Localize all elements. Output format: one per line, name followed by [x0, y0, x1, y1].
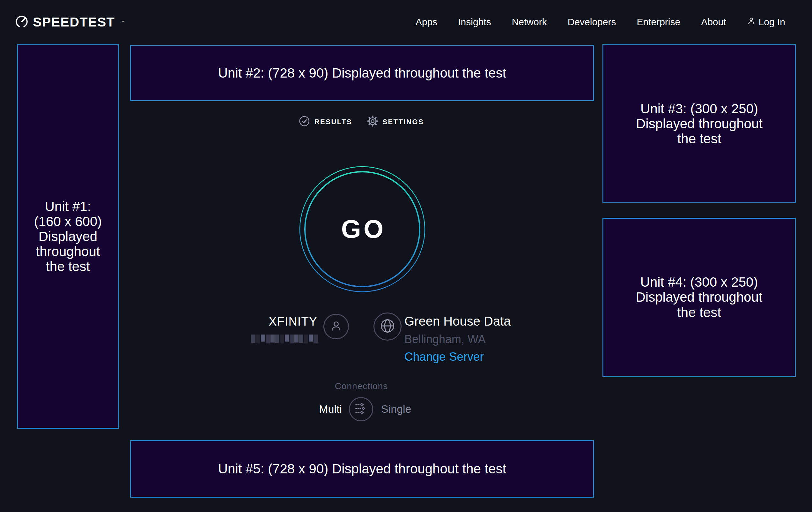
connections-single-option[interactable]: Single — [381, 403, 411, 415]
ad-unit-3-label: Unit #3: (300 x 250) Displayed throughou… — [636, 101, 762, 146]
server-name: Green House Data — [404, 314, 511, 328]
nav-item-insights[interactable]: Insights — [458, 17, 491, 27]
gear-icon — [367, 115, 378, 128]
ad-unit-4-label: Unit #4: (300 x 250) Displayed throughou… — [636, 274, 762, 320]
main-nav: Apps Insights Network Developers Enterpr… — [415, 0, 785, 44]
brand-name: SPEEDTEST — [33, 15, 115, 30]
server-location: Bellingham, WA — [404, 332, 511, 346]
nav-item-about[interactable]: About — [701, 17, 726, 27]
login-label: Log In — [759, 17, 785, 27]
speedometer-icon — [15, 15, 28, 30]
change-server-link[interactable]: Change Server — [404, 350, 511, 363]
person-icon — [747, 17, 756, 27]
go-button[interactable]: GO — [298, 165, 426, 293]
multi-arrows-icon — [353, 401, 369, 417]
connections-multi-option[interactable]: Multi — [319, 403, 342, 415]
nav-item-developers[interactable]: Developers — [568, 17, 616, 27]
go-button-label: GO — [298, 165, 426, 293]
ad-unit-2[interactable]: Unit #2: (728 x 90) Displayed throughout… — [130, 45, 594, 101]
ad-unit-5-label: Unit #5: (728 x 90) Displayed throughout… — [218, 461, 506, 476]
tab-results-label: RESULTS — [315, 118, 352, 126]
isp-name[interactable]: XFINITY — [268, 315, 317, 328]
nav-item-network[interactable]: Network — [512, 17, 547, 27]
ad-unit-2-label: Unit #2: (728 x 90) Displayed throughout… — [218, 65, 506, 80]
ad-unit-5[interactable]: Unit #5: (728 x 90) Displayed throughout… — [130, 440, 594, 497]
redacted-ip-address — [251, 334, 320, 344]
brand-trademark: ™ — [120, 20, 124, 25]
ad-unit-3[interactable]: Unit #3: (300 x 250) Displayed throughou… — [603, 44, 796, 203]
globe-icon — [379, 318, 396, 335]
tab-settings[interactable]: SETTINGS — [367, 115, 424, 128]
login-button[interactable]: Log In — [747, 17, 785, 27]
nav-item-enterprise[interactable]: Enterprise — [637, 17, 680, 27]
speedtest-logo[interactable]: SPEEDTEST™ — [15, 15, 124, 30]
connections-toggle[interactable] — [349, 397, 373, 421]
ad-unit-1[interactable]: Unit #1: (160 x 600) Displayed throughou… — [17, 44, 119, 429]
server-info: Green House Data Bellingham, WA Change S… — [404, 314, 511, 363]
top-nav-bar: SPEEDTEST™ Apps Insights Network Develop… — [0, 0, 812, 44]
tab-settings-label: SETTINGS — [382, 118, 424, 126]
ad-unit-4[interactable]: Unit #4: (300 x 250) Displayed throughou… — [603, 218, 796, 377]
connections-label: Connections — [335, 381, 388, 392]
ad-unit-1-label: Unit #1: (160 x 600) Displayed throughou… — [34, 199, 102, 274]
check-circle-icon — [299, 115, 310, 128]
person-icon — [329, 319, 343, 334]
tab-results[interactable]: RESULTS — [299, 115, 352, 128]
isp-avatar — [323, 314, 349, 339]
nav-item-apps[interactable]: Apps — [415, 17, 437, 27]
speedtest-page: SPEEDTEST™ Apps Insights Network Develop… — [0, 0, 812, 512]
results-settings-tabs: RESULTS SETTINGS — [299, 115, 424, 128]
server-globe-badge — [374, 313, 402, 341]
